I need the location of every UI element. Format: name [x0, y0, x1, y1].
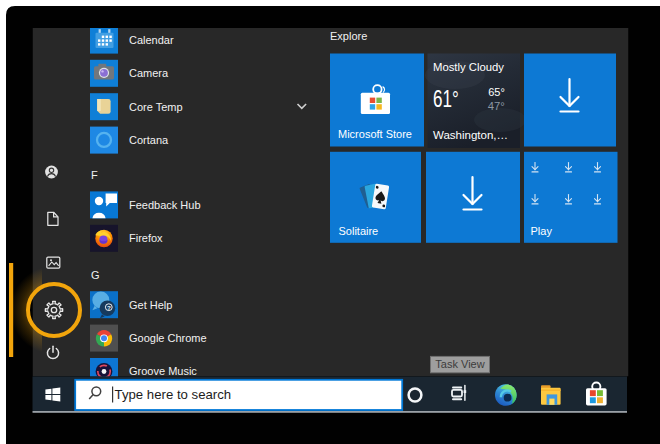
svg-text:Feedback Hub: Feedback Hub	[129, 199, 201, 211]
svg-text:Groove Music: Groove Music	[129, 365, 197, 377]
svg-text:F: F	[91, 169, 98, 181]
svg-text:G: G	[91, 269, 100, 281]
svg-text:Firefox: Firefox	[129, 232, 163, 244]
svg-text:Camera: Camera	[129, 67, 169, 79]
svg-text:Type here to search: Type here to search	[115, 387, 232, 402]
svg-text:Core Temp: Core Temp	[129, 101, 183, 113]
svg-text:Washington,…: Washington,…	[433, 129, 508, 141]
svg-text:?: ?	[107, 304, 111, 311]
svg-text:Get Help: Get Help	[129, 299, 172, 311]
svg-text:Task View: Task View	[435, 358, 484, 370]
svg-text:Mostly Cloudy: Mostly Cloudy	[433, 61, 504, 73]
svg-text:Microsoft Store: Microsoft Store	[338, 128, 412, 140]
svg-text:Google Chrome: Google Chrome	[129, 332, 207, 344]
svg-text:65°: 65°	[488, 86, 505, 98]
svg-text:Solitaire: Solitaire	[339, 225, 379, 237]
svg-text:47°: 47°	[488, 100, 505, 112]
svg-text:Cortana: Cortana	[129, 134, 169, 146]
svg-text:Calendar: Calendar	[129, 34, 174, 46]
svg-text:61°: 61°	[433, 85, 459, 112]
svg-text:Explore: Explore	[330, 30, 367, 42]
svg-text:Play: Play	[531, 225, 553, 237]
